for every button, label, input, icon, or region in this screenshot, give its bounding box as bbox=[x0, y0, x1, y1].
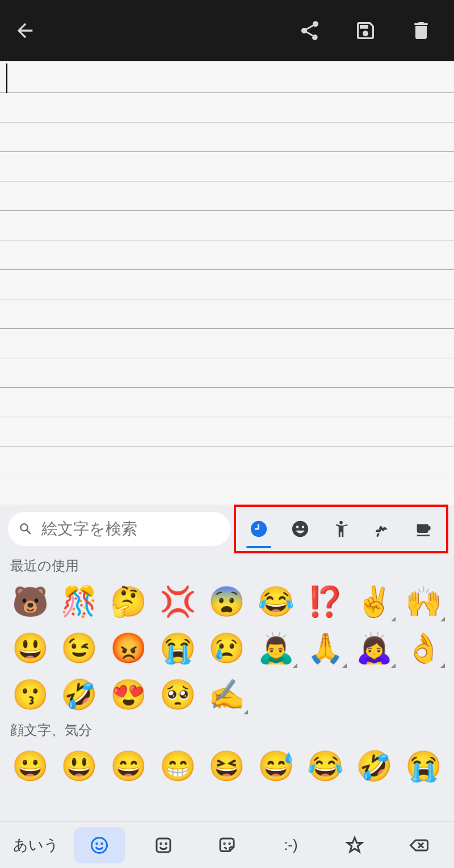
delete-button[interactable] bbox=[407, 17, 435, 44]
recent-section-label: 最近の使用 bbox=[0, 553, 454, 575]
emoji-mode-button[interactable] bbox=[74, 827, 125, 863]
back-button[interactable] bbox=[11, 17, 39, 44]
share-icon bbox=[299, 19, 321, 42]
emoji-cell[interactable]: 🥺 bbox=[153, 671, 203, 718]
emoji-cell[interactable]: 🐻 bbox=[6, 578, 55, 625]
category-tab-people[interactable] bbox=[325, 509, 357, 549]
emoji-cell[interactable]: 😄 bbox=[104, 743, 153, 789]
clock-icon bbox=[249, 519, 268, 539]
person-icon bbox=[331, 519, 351, 539]
save-button[interactable] bbox=[352, 17, 379, 44]
emoji-cell[interactable]: 🙌 bbox=[399, 578, 448, 625]
emoji-cell[interactable]: 😨 bbox=[203, 578, 252, 625]
smileys-emoji-grid: 😀😃😄😁😆😅😂🤣😭 bbox=[0, 739, 454, 789]
svg-point-2 bbox=[102, 843, 103, 844]
favorites-button[interactable] bbox=[329, 827, 380, 863]
emoji-cell[interactable]: 👌 bbox=[399, 625, 448, 671]
text-cursor bbox=[6, 63, 7, 93]
keyboard-top-row bbox=[0, 505, 454, 553]
emoji-cell[interactable]: 🎊 bbox=[55, 578, 104, 625]
note-editor[interactable] bbox=[0, 61, 454, 505]
emoji-cell[interactable]: 😭 bbox=[399, 743, 448, 789]
smiley-icon bbox=[291, 519, 310, 539]
star-icon bbox=[344, 835, 365, 856]
emoji-cell[interactable]: 😢 bbox=[203, 625, 252, 671]
trash-icon bbox=[410, 19, 432, 42]
nature-icon bbox=[372, 519, 392, 539]
emoji-cell[interactable]: ✍️ bbox=[203, 671, 252, 718]
svg-point-5 bbox=[165, 843, 166, 844]
save-icon bbox=[354, 19, 377, 42]
emoji-search-field[interactable] bbox=[8, 512, 230, 546]
sticker-icon bbox=[153, 835, 174, 856]
emoji-cell[interactable]: 🙏 bbox=[301, 625, 350, 671]
category-tab-food[interactable] bbox=[407, 509, 439, 549]
recent-emoji-grid: 🐻🎊🤔💢😨😂⁉️✌️🙌😃😉😡😭😢🙇‍♂️🙏🙇‍♀️👌😗🤣😍🥺✍️ bbox=[0, 575, 454, 718]
smiley-outline-icon bbox=[89, 835, 110, 856]
svg-point-1 bbox=[96, 843, 98, 844]
sticker-mode-button[interactable] bbox=[138, 827, 189, 863]
emoji-cell[interactable]: ✌️ bbox=[350, 578, 400, 625]
emoji-cell[interactable]: 😃 bbox=[6, 625, 55, 671]
category-tabs-highlight bbox=[234, 505, 448, 553]
emoji-cell[interactable]: 😍 bbox=[104, 671, 153, 718]
emoji-cell[interactable]: 🤣 bbox=[350, 743, 400, 789]
emoji-cell[interactable]: 🤔 bbox=[104, 578, 153, 625]
svg-point-7 bbox=[229, 843, 230, 844]
backspace-button[interactable] bbox=[393, 827, 444, 863]
emoji-cell[interactable]: 🤣 bbox=[55, 671, 104, 718]
emoji-cell[interactable]: 💢 bbox=[153, 578, 203, 625]
category-tab-recent[interactable] bbox=[243, 509, 275, 549]
share-button[interactable] bbox=[296, 17, 323, 44]
svg-rect-3 bbox=[157, 839, 170, 852]
emoji-cell[interactable]: 😁 bbox=[153, 743, 203, 789]
emoji-cell[interactable]: 🙇‍♀️ bbox=[350, 625, 400, 671]
keyboard-bottom-row: あいう :-) bbox=[0, 822, 454, 868]
svg-point-4 bbox=[160, 843, 161, 844]
emoji-cell[interactable]: 😉 bbox=[55, 625, 104, 671]
emoji-cell[interactable]: 😭 bbox=[153, 625, 203, 671]
svg-point-6 bbox=[224, 843, 225, 844]
emoji-cell[interactable]: 😀 bbox=[6, 743, 55, 789]
food-icon bbox=[414, 519, 433, 539]
emoji-cell[interactable]: 😆 bbox=[203, 743, 252, 789]
gif-mode-button[interactable] bbox=[201, 827, 253, 863]
emoji-cell[interactable]: 🙇‍♂️ bbox=[251, 625, 301, 671]
emoji-cell[interactable]: 😃 bbox=[55, 743, 104, 789]
abc-mode-button[interactable]: あいう bbox=[10, 827, 61, 863]
category-tab-nature[interactable] bbox=[366, 509, 398, 549]
backspace-icon bbox=[408, 835, 428, 856]
category-tab-smileys[interactable] bbox=[284, 509, 316, 549]
emoji-cell[interactable]: ⁉️ bbox=[301, 578, 350, 625]
emoji-cell[interactable]: 😗 bbox=[6, 671, 55, 718]
emoji-keyboard: 最近の使用 🐻🎊🤔💢😨😂⁉️✌️🙌😃😉😡😭😢🙇‍♂️🙏🙇‍♀️👌😗🤣😍🥺✍️ 顔… bbox=[0, 505, 454, 868]
smileys-section-label: 顔文字、気分 bbox=[0, 718, 454, 739]
emoji-cell[interactable]: 😡 bbox=[104, 625, 153, 671]
emoji-cell[interactable]: 😂 bbox=[301, 743, 350, 789]
app-topbar bbox=[0, 0, 454, 61]
search-icon bbox=[18, 520, 33, 537]
kaomoji-mode-button[interactable]: :-) bbox=[265, 827, 316, 863]
svg-point-0 bbox=[92, 837, 107, 853]
emoji-search-input[interactable] bbox=[41, 520, 220, 538]
emoji-cell[interactable]: 😂 bbox=[251, 578, 301, 625]
arrow-left-icon bbox=[14, 19, 36, 42]
emoji-cell[interactable]: 😅 bbox=[251, 743, 301, 789]
gif-sticker-icon bbox=[217, 835, 237, 856]
